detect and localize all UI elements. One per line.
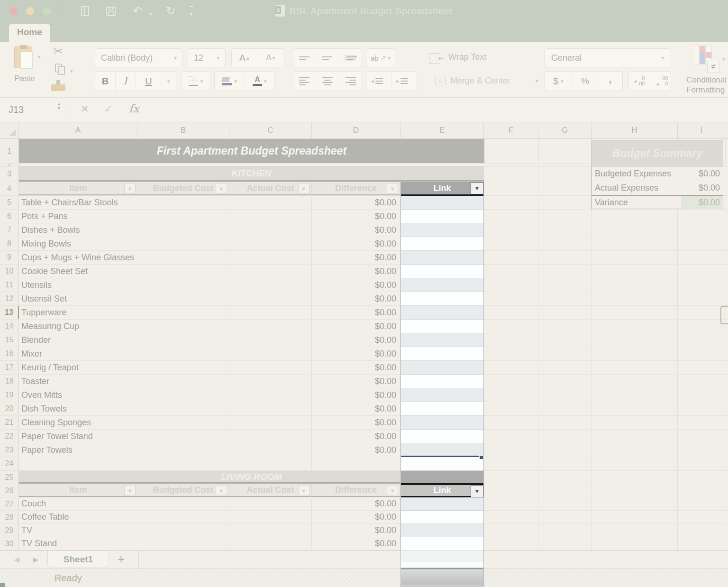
empty-cell[interactable] (484, 361, 538, 374)
empty-cell[interactable] (592, 430, 678, 443)
link-cell[interactable] (401, 306, 483, 320)
actual-cost-column-header[interactable]: Actual Cost▼ (229, 484, 312, 497)
budgeted-expenses-row[interactable]: Budgeted Expenses $0.00 (592, 166, 723, 181)
conditional-formatting-dropdown-icon[interactable]: ▾ (722, 56, 725, 62)
row-number[interactable]: 5 (0, 196, 19, 209)
difference-cell[interactable]: $0.00 (312, 416, 400, 429)
empty-cell[interactable] (678, 375, 725, 388)
actual-cost-cell[interactable] (229, 511, 312, 523)
difference-cell[interactable]: $0.00 (312, 361, 400, 374)
link-cell[interactable] (401, 196, 483, 210)
actual-cost-cell[interactable] (229, 196, 312, 209)
empty-cell[interactable] (678, 443, 725, 457)
empty-cell[interactable] (484, 265, 538, 278)
budgeted-cost-cell[interactable] (137, 388, 229, 402)
budgeted-cost-cell[interactable] (137, 416, 229, 429)
budgeted-cost-cell[interactable] (137, 306, 229, 319)
actual-cost-cell[interactable] (229, 251, 312, 264)
empty-cell[interactable] (592, 497, 678, 510)
difference-column-header[interactable]: Difference▼ (312, 484, 400, 497)
actual-cost-cell[interactable] (229, 210, 312, 223)
link-cell[interactable] (401, 251, 483, 265)
empty-cell[interactable] (484, 237, 538, 250)
ribbon-tab[interactable] (186, 35, 190, 42)
item-name-cell[interactable]: Mixing Bowls (19, 237, 137, 250)
kitchen-section-header[interactable]: KITCHEN (19, 166, 484, 182)
row-number[interactable]: 26 (0, 484, 19, 497)
empty-cell[interactable] (678, 251, 725, 264)
item-name-cell[interactable]: Utsensil Set (19, 292, 137, 305)
paste-button[interactable]: Paste (12, 74, 37, 83)
empty-cell[interactable] (538, 537, 592, 550)
align-right-button[interactable] (339, 72, 362, 91)
actual-cost-column-header[interactable]: Actual Cost▼ (229, 182, 312, 195)
paste-icon[interactable] (14, 46, 32, 68)
item-name-cell[interactable]: Couch (19, 497, 137, 510)
empty-cell[interactable] (538, 306, 592, 319)
merge-center-button[interactable]: Merge & Center (450, 76, 510, 86)
ribbon-tab[interactable] (93, 35, 97, 42)
empty-cell[interactable] (592, 375, 678, 388)
next-sheet-icon[interactable]: ▶ (33, 556, 38, 563)
actual-cost-cell[interactable] (229, 416, 312, 429)
column-header-e[interactable]: E (400, 122, 484, 138)
difference-cell[interactable]: $0.00 (312, 375, 400, 388)
link-cell[interactable] (401, 511, 483, 524)
row-number[interactable]: 30 (0, 537, 19, 550)
column-header-f[interactable]: F (484, 122, 538, 138)
item-name-cell[interactable]: Table + Chairs/Bar Stools (19, 196, 137, 209)
empty-cell[interactable] (484, 443, 538, 457)
budgeted-cost-cell[interactable] (137, 430, 229, 443)
difference-cell[interactable]: $0.00 (312, 402, 400, 415)
filter-dropdown-icon[interactable]: ▼ (124, 183, 136, 194)
column-header-c[interactable]: C (229, 122, 312, 138)
font-color-button[interactable]: A ▾ (245, 72, 275, 91)
name-box-spinner-icon[interactable]: ▲▼ (57, 102, 61, 110)
empty-cell[interactable] (538, 388, 592, 402)
empty-cell[interactable] (678, 210, 725, 223)
empty-cell[interactable] (592, 361, 678, 374)
empty-cell[interactable] (484, 497, 538, 510)
empty-cell[interactable] (592, 524, 678, 537)
empty-cell[interactable] (592, 333, 678, 347)
decrease-font-button[interactable]: A▼ (258, 49, 284, 67)
row-number[interactable]: 29 (0, 524, 19, 537)
empty-cell[interactable] (484, 333, 538, 347)
empty-cell[interactable] (592, 210, 678, 223)
difference-cell[interactable]: $0.00 (312, 347, 400, 360)
filter-dropdown-icon[interactable]: ▼ (124, 485, 136, 496)
budgeted-cost-cell[interactable] (137, 361, 229, 374)
empty-cell[interactable] (538, 402, 592, 415)
empty-cell[interactable] (538, 361, 592, 374)
budgeted-cost-cell[interactable] (137, 402, 229, 415)
empty-cell[interactable] (538, 292, 592, 305)
budgeted-cost-cell[interactable] (137, 497, 229, 510)
actual-cost-cell[interactable] (229, 306, 312, 319)
empty-cell[interactable] (592, 251, 678, 264)
link-cell[interactable] (401, 278, 483, 292)
empty-cell[interactable] (484, 223, 538, 237)
item-name-cell[interactable]: Cookie Sheet Set (19, 265, 137, 278)
row-number[interactable]: 19 (0, 388, 19, 402)
add-sheet-button[interactable]: + (118, 552, 125, 567)
decrease-decimal-button[interactable]: .00.0▸ (650, 72, 671, 91)
cut-icon[interactable]: ✂ (53, 45, 63, 58)
budgeted-cost-column-header[interactable]: Budgeted Cost▼ (137, 484, 229, 497)
copy-icon[interactable] (54, 63, 66, 76)
difference-cell[interactable]: $0.00 (312, 210, 400, 223)
empty-cell[interactable] (678, 430, 725, 443)
italic-button[interactable]: I (115, 72, 135, 91)
difference-column-header[interactable]: Difference▼ (312, 182, 400, 195)
name-box[interactable]: J13 ▲▼ (0, 98, 70, 122)
actual-cost-cell[interactable] (229, 524, 312, 537)
item-name-cell[interactable]: Paper Towel Stand (19, 430, 137, 443)
empty-cell[interactable] (538, 265, 592, 278)
row-number[interactable]: 24 (0, 457, 19, 470)
paste-dropdown-icon[interactable]: ▾ (38, 54, 41, 60)
empty-cell[interactable] (592, 511, 678, 523)
row-number[interactable]: 7 (0, 223, 19, 237)
empty-cell[interactable] (678, 524, 725, 537)
difference-cell[interactable]: $0.00 (312, 306, 400, 319)
increase-decimal-button[interactable]: ◂.0.00 (629, 72, 650, 91)
difference-cell[interactable]: $0.00 (312, 430, 400, 443)
